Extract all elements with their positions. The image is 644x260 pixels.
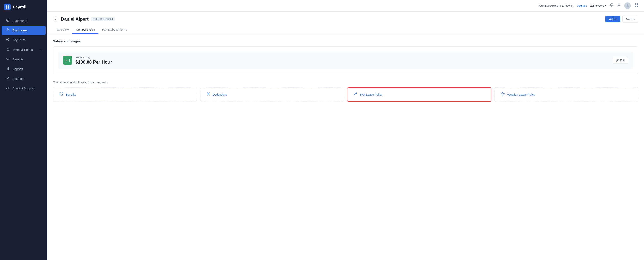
reports-icon <box>6 67 10 71</box>
employee-name: Daniel Alpert <box>61 17 88 22</box>
svg-rect-21 <box>636 4 638 5</box>
sidebar-item-label: Settings <box>12 77 24 80</box>
settings-topbar-icon[interactable] <box>617 3 621 8</box>
avatar[interactable] <box>624 3 631 9</box>
app-name: Payroll <box>13 5 26 10</box>
tab-compensation[interactable]: Compensation <box>72 26 98 34</box>
settings-icon <box>6 77 10 81</box>
sidebar-item-label: Dashboard <box>12 19 27 23</box>
svg-point-19 <box>627 4 628 6</box>
back-button[interactable]: ‹ <box>53 17 58 22</box>
employee-id-badge: EMP. ID: EP-0004 <box>91 17 115 21</box>
sidebar-item-settings[interactable]: Settings <box>2 74 46 83</box>
svg-rect-12 <box>6 69 7 70</box>
org-name[interactable]: Zylker Corp ▾ <box>590 4 606 7</box>
tab-nav: Overview Compensation Pay Stubs & Forms <box>53 26 638 34</box>
chevron-down-icon: ▾ <box>616 18 617 21</box>
svg-rect-16 <box>6 88 7 89</box>
support-icon <box>6 86 10 91</box>
tab-overview[interactable]: Overview <box>53 26 72 34</box>
sidebar-item-dashboard[interactable]: Dashboard <box>2 16 46 25</box>
sidebar-item-label: Reports <box>12 67 23 71</box>
add-card-vacation-leave[interactable]: Vacation Leave Policy <box>494 87 638 102</box>
header-actions: Add ▾ More ▾ <box>605 16 638 23</box>
salary-section-title: Salary and wages <box>53 40 638 43</box>
benefits-card-label: Benefits <box>66 93 76 96</box>
benefits-icon <box>6 57 10 62</box>
tab-pay-stubs[interactable]: Pay Stubs & Forms <box>98 26 131 34</box>
svg-point-5 <box>8 20 8 21</box>
svg-rect-20 <box>634 4 636 5</box>
add-button[interactable]: Add ▾ <box>605 16 620 23</box>
sidebar-item-benefits[interactable]: Benefits <box>2 55 46 64</box>
pay-runs-icon <box>6 38 10 42</box>
breadcrumb-row: ‹ Daniel Alpert EMP. ID: EP-0004 Add ▾ M… <box>53 16 638 23</box>
grid-icon[interactable] <box>634 3 638 8</box>
add-cards-row: Benefits Deductions <box>53 87 638 102</box>
svg-rect-0 <box>6 5 7 7</box>
pay-info: Regular Pay $100.00 Per Hour <box>76 56 609 65</box>
chevron-down-icon: ▾ <box>605 4 606 7</box>
salary-inner: Regular Pay $100.00 Per Hour Edit <box>58 52 633 69</box>
topbar: Your trial expires in 13 day(s). Upgrade… <box>47 0 644 12</box>
sidebar-item-label: Pay Runs <box>12 38 26 42</box>
add-card-benefits[interactable]: Benefits <box>53 87 197 102</box>
pay-type-icon <box>63 56 72 65</box>
sidebar-item-reports[interactable]: Reports <box>2 64 46 74</box>
svg-point-4 <box>6 19 9 22</box>
svg-rect-23 <box>636 6 638 7</box>
upgrade-link[interactable]: Upgrade <box>577 4 587 7</box>
vacation-leave-card-label: Vacation Leave Policy <box>507 93 535 96</box>
content-area: ‹ Daniel Alpert EMP. ID: EP-0004 Add ▾ M… <box>47 12 644 260</box>
trial-text: Your trial expires in 13 day(s). <box>538 4 574 7</box>
sidebar-item-taxes-forms[interactable]: Taxes & Forms › <box>2 45 46 54</box>
dashboard-icon <box>6 19 10 23</box>
svg-rect-14 <box>8 68 9 70</box>
employee-title: ‹ Daniel Alpert EMP. ID: EP-0004 <box>53 17 115 22</box>
salary-card: Regular Pay $100.00 Per Hour Edit <box>53 47 638 74</box>
vacation-leave-card-icon <box>500 92 505 97</box>
sidebar-item-employees[interactable]: Employees <box>2 26 46 35</box>
sidebar-item-label: Employees <box>12 29 28 32</box>
sick-leave-card-icon <box>353 92 358 97</box>
sidebar: Payroll Dashboard Employees <box>0 0 47 260</box>
notification-icon[interactable] <box>610 3 614 8</box>
svg-point-15 <box>8 78 8 79</box>
edit-button[interactable]: Edit <box>612 57 628 64</box>
body-content: Salary and wages Regular Pay $100.00 Per… <box>47 34 644 108</box>
svg-rect-2 <box>6 7 7 9</box>
chevron-right-icon: › <box>41 48 42 51</box>
svg-rect-24 <box>66 59 70 62</box>
pay-amount: $100.00 Per Hour <box>76 60 609 65</box>
page-header: ‹ Daniel Alpert EMP. ID: EP-0004 Add ▾ M… <box>47 12 644 34</box>
add-section-title: You can also add following to the employ… <box>53 81 638 84</box>
sidebar-item-contact-support[interactable]: Contact Support <box>2 84 46 93</box>
sidebar-item-label: Benefits <box>12 58 24 61</box>
benefits-card-icon <box>59 92 64 97</box>
svg-point-26 <box>66 61 67 61</box>
sick-leave-card-label: Sick Leave Policy <box>360 93 382 96</box>
svg-rect-3 <box>8 7 9 9</box>
sidebar-item-label: Taxes & Forms <box>12 48 33 51</box>
pay-label: Regular Pay <box>76 56 609 59</box>
svg-point-6 <box>7 29 8 30</box>
chevron-down-icon: ▾ <box>634 18 635 21</box>
sidebar-nav: Dashboard Employees Pay Runs <box>0 14 47 260</box>
taxes-icon <box>6 48 10 52</box>
employees-icon <box>6 28 10 33</box>
add-card-deductions[interactable]: Deductions <box>200 87 344 102</box>
logo-icon <box>4 4 11 10</box>
svg-point-18 <box>618 5 620 6</box>
main-panel: Your trial expires in 13 day(s). Upgrade… <box>47 0 644 260</box>
svg-rect-1 <box>8 5 9 7</box>
svg-rect-17 <box>9 88 9 89</box>
sidebar-item-label: Contact Support <box>12 87 34 90</box>
svg-rect-13 <box>8 68 8 70</box>
svg-rect-22 <box>634 6 636 7</box>
add-card-sick-leave[interactable]: Sick Leave Policy <box>347 87 491 102</box>
more-button[interactable]: More ▾ <box>622 16 638 23</box>
app-logo: Payroll <box>0 0 47 14</box>
deductions-card-label: Deductions <box>213 93 227 96</box>
sidebar-item-pay-runs[interactable]: Pay Runs <box>2 35 46 45</box>
deductions-card-icon <box>206 92 211 97</box>
